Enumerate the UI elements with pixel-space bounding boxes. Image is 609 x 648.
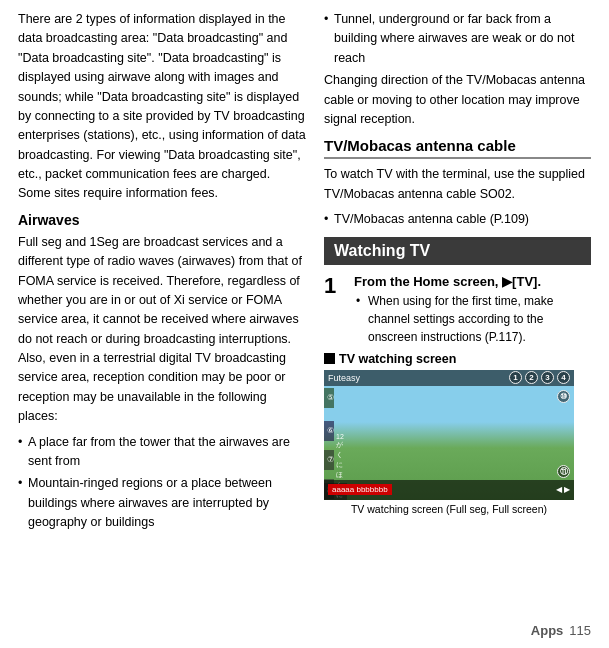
bullet-item-2: Mountain-ringed regions or a place betwe… (18, 474, 306, 532)
tv-channel-label: Futeasy (328, 373, 360, 383)
tv-top-icons: 1 2 3 4 (509, 371, 570, 384)
step-1-content: From the Home screen, ▶[TV]. When using … (354, 273, 591, 345)
tv-icon-4: 4 (557, 371, 570, 384)
right-bullet-1: Tunnel, underground or far back from a b… (324, 10, 591, 68)
tv-bottom-bar: aaaaa bbbbbbb ◀ ▶ (324, 480, 574, 500)
step-1-title: From the Home screen, ▶[TV]. (354, 273, 591, 291)
footer-apps-label: Apps (531, 623, 564, 638)
step-1-row: 1 From the Home screen, ▶[TV]. When usin… (324, 273, 591, 345)
tv-statusbar: Futeasy 1 2 3 4 (324, 370, 574, 386)
left-column: There are 2 types of information display… (18, 10, 318, 619)
step-1-subtitle: When using for the first time, make chan… (354, 292, 591, 346)
tv-screen-caption: TV watching screen (Full seg, Full scree… (324, 503, 574, 515)
antenna-body: To watch TV with the terminal, use the s… (324, 165, 591, 204)
right-column: Tunnel, underground or far back from a b… (318, 10, 591, 619)
tv-panel-row-6: ⑥ (324, 421, 334, 441)
tv-screen-container: Futeasy 1 2 3 4 ⑤ (324, 370, 591, 515)
airwaves-heading: Airwaves (18, 212, 306, 228)
tv-right-icon-10: ⑩ (557, 390, 570, 403)
tv-panel-row-7: ⑦ (324, 450, 334, 470)
tv-icon-1: 1 (509, 371, 522, 384)
content-area: There are 2 types of information display… (18, 10, 591, 619)
footer: Apps 115 (18, 619, 591, 638)
tv-right-icon-11: ⑪ (557, 465, 570, 478)
watching-tv-banner: Watching TV (324, 237, 591, 265)
intro-paragraph: There are 2 types of information display… (18, 10, 306, 204)
antenna-heading: TV/Mobacas antenna cable (324, 137, 591, 159)
tv-bottom-right-icons: ◀ ▶ (556, 485, 570, 494)
page: There are 2 types of information display… (0, 0, 609, 648)
changing-direction-text: Changing direction of the TV/Mobacas ant… (324, 71, 591, 129)
home-icon: ▶ (502, 274, 512, 289)
tv-icon-3: 3 (541, 371, 554, 384)
black-square-icon (324, 353, 335, 364)
antenna-bullet: TV/Mobacas antenna cable (P.109) (324, 210, 591, 229)
tv-screen: Futeasy 1 2 3 4 ⑤ (324, 370, 574, 500)
tv-icon-2: 2 (525, 371, 538, 384)
tv-bottom-red-label: aaaaa bbbbbbb (328, 484, 392, 495)
step-1-number: 1 (324, 273, 348, 299)
airwaves-body: Full seg and 1Seg are broadcast services… (18, 233, 306, 427)
bullet-item-1: A place far from the tower that the airw… (18, 433, 306, 472)
footer-page-number: 115 (569, 623, 591, 638)
tv-screen-section-label: TV watching screen (324, 352, 591, 366)
tv-panel-row-5: ⑤ (324, 388, 334, 408)
tv-right-panel: ⑩ ⑪ (557, 390, 570, 478)
